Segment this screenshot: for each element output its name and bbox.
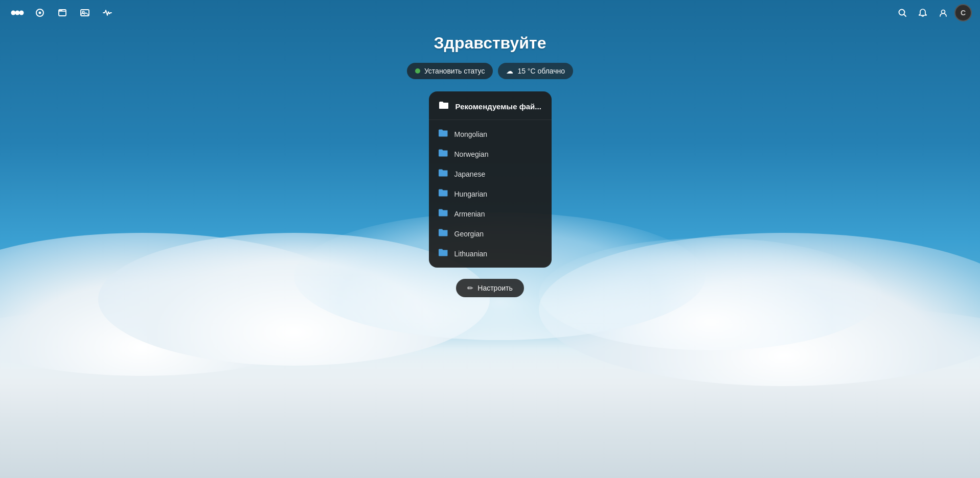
- notifications-button[interactable]: [914, 4, 932, 22]
- svg-point-4: [39, 12, 41, 14]
- folder-blue-icon: [438, 208, 448, 220]
- contacts-button[interactable]: [934, 4, 952, 22]
- file-item-georgian[interactable]: Georgian: [429, 224, 552, 244]
- pencil-icon: ✏: [467, 284, 473, 292]
- folder-blue-icon: [438, 188, 448, 200]
- customize-label: Настроить: [477, 284, 512, 292]
- files-card-title: Рекомендуемые фай...: [455, 102, 541, 111]
- folder-blue-icon: [438, 248, 448, 259]
- file-name-armenian: Armenian: [454, 210, 485, 218]
- nav-photos[interactable]: [76, 4, 94, 22]
- file-item-norwegian[interactable]: Norwegian: [429, 144, 552, 164]
- file-name-japanese: Japanese: [454, 170, 486, 178]
- nextcloud-logo[interactable]: [8, 4, 27, 22]
- file-item-mongolian[interactable]: Mongolian: [429, 124, 552, 144]
- svg-rect-6: [81, 10, 89, 16]
- nav-activity[interactable]: [98, 4, 117, 22]
- file-item-lithuanian[interactable]: Lithuanian: [429, 244, 552, 264]
- file-item-japanese[interactable]: Japanese: [429, 164, 552, 184]
- status-label: Установить статус: [424, 67, 485, 75]
- set-status-button[interactable]: Установить статус: [407, 63, 493, 79]
- folder-blue-icon: [438, 128, 448, 140]
- weather-button[interactable]: ☁ 15 °C облачно: [498, 63, 573, 79]
- files-card-header: Рекомендуемые фай...: [429, 91, 552, 120]
- svg-point-0: [11, 11, 16, 15]
- status-row: Установить статус ☁ 15 °C облачно: [407, 63, 573, 79]
- weather-label: 15 °C облачно: [517, 67, 565, 75]
- file-item-armenian[interactable]: Armenian: [429, 204, 552, 224]
- folder-blue-icon: [438, 228, 448, 240]
- greeting-text: Здравствуйте: [434, 34, 546, 53]
- weather-icon: ☁: [506, 67, 513, 75]
- svg-point-9: [942, 10, 945, 14]
- customize-button[interactable]: ✏ Настроить: [456, 279, 523, 297]
- nav-dashboard[interactable]: [31, 4, 49, 22]
- file-name-lithuanian: Lithuanian: [454, 250, 488, 258]
- file-name-hungarian: Hungarian: [454, 190, 488, 198]
- file-item-hungarian[interactable]: Hungarian: [429, 184, 552, 204]
- folder-white-icon: [438, 100, 449, 113]
- file-name-georgian: Georgian: [454, 230, 484, 238]
- folder-blue-icon: [438, 168, 448, 180]
- main-content: Здравствуйте Установить статус ☁ 15 °C о…: [0, 0, 980, 478]
- status-dot: [415, 68, 420, 74]
- user-avatar[interactable]: C: [954, 4, 972, 21]
- navbar: C: [0, 0, 980, 26]
- folder-blue-icon: [438, 148, 448, 160]
- nav-files[interactable]: [53, 4, 72, 22]
- files-list: Mongolian Norwegian Japanese: [429, 120, 552, 268]
- svg-point-1: [15, 11, 20, 15]
- file-name-mongolian: Mongolian: [454, 130, 488, 138]
- navbar-left: [8, 4, 117, 22]
- search-button[interactable]: [893, 4, 911, 22]
- file-name-norwegian: Norwegian: [454, 150, 489, 158]
- navbar-right: C: [893, 4, 972, 22]
- svg-point-2: [19, 11, 24, 15]
- files-card: Рекомендуемые фай... Mongolian N: [429, 91, 552, 268]
